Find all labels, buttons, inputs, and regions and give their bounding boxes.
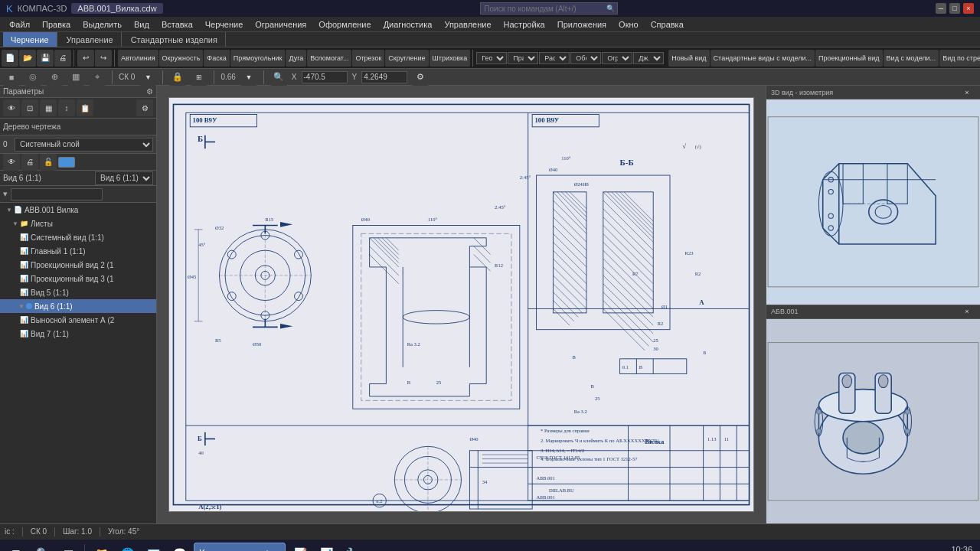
eye-btn[interactable]: 👁 xyxy=(3,99,20,116)
open-button[interactable]: 📂 xyxy=(19,50,36,67)
y-coord-input[interactable] xyxy=(361,71,407,83)
props-btn[interactable]: 📋 xyxy=(77,99,93,116)
snap-btn1[interactable]: ■ xyxy=(3,69,20,86)
taskbar-explorer[interactable]: 📁 xyxy=(90,543,113,552)
rect-button[interactable]: Прямоугольник xyxy=(230,50,286,67)
lock-btn[interactable]: 🔒 xyxy=(169,69,186,86)
menu-drawing[interactable]: Черчение xyxy=(199,17,250,31)
constraints-dropdown[interactable]: Ограничения xyxy=(602,52,632,64)
arc-button[interactable]: Дуга xyxy=(286,50,306,67)
snap-btn4[interactable]: ▦ xyxy=(67,69,84,86)
search-taskbar-button[interactable]: 🔍 xyxy=(31,543,54,552)
menu-settings[interactable]: Настройка xyxy=(498,17,551,31)
menu-help[interactable]: Справка xyxy=(645,17,690,31)
taskbar-other[interactable]: 🔧 xyxy=(341,543,364,552)
taskbar-chrome[interactable]: 🌐 xyxy=(116,543,139,552)
tab-file[interactable]: АВВ.001_Вилка.cdw xyxy=(71,3,162,14)
maximize-button[interactable]: □ xyxy=(949,3,960,14)
tree-root[interactable]: ▼ 📄 АВВ.001 Вилка xyxy=(0,203,156,217)
taskbar-mail[interactable]: 📧 xyxy=(142,543,165,552)
menu-window[interactable]: Окно xyxy=(612,17,645,31)
snap-all-btn[interactable]: ⊞ xyxy=(191,69,207,86)
zoom-dropdown[interactable]: ▼ xyxy=(240,69,257,86)
sidebar-gear-icon[interactable]: ⚙ xyxy=(146,87,153,96)
layer-print-icon[interactable]: 🖨 xyxy=(21,154,38,171)
geometry-dropdown[interactable]: Геометрия xyxy=(476,52,507,64)
layer-color-icon[interactable] xyxy=(58,157,75,168)
search-input[interactable] xyxy=(480,2,618,15)
tab-drafting[interactable]: Черчение xyxy=(3,32,57,47)
print-button[interactable]: 🖨 xyxy=(54,50,71,67)
tree-view5[interactable]: 📊 Вид 5 (1:1) xyxy=(0,285,156,299)
annotation-dropdown[interactable]: Обозначения xyxy=(570,52,601,64)
coord-options-btn[interactable]: ⚙ xyxy=(412,69,429,86)
menu-format[interactable]: Оформление xyxy=(312,17,377,31)
redo-button[interactable]: ↪ xyxy=(95,50,112,67)
snap-btn2[interactable]: ◎ xyxy=(24,69,41,86)
taskbar-word[interactable]: 📝 xyxy=(289,543,312,552)
tree-detail-a[interactable]: 📊 Выносной элемент А (2 xyxy=(0,313,156,327)
view-model-button[interactable]: Вид с модели... xyxy=(884,50,939,67)
menu-file[interactable]: Файл xyxy=(3,17,36,31)
menu-manage[interactable]: Управление xyxy=(438,17,497,31)
tree-sysview[interactable]: 📊 Системный вид (1:1) xyxy=(0,230,156,244)
chamfer-button[interactable]: Фаска xyxy=(204,50,230,67)
tree-view7[interactable]: 📊 Вид 7 (1:1) xyxy=(0,327,156,341)
proj-view-button[interactable]: Проекционный вид xyxy=(815,50,883,67)
taskview-button[interactable]: ▣ xyxy=(57,543,80,552)
size-dropdown[interactable]: Дж... xyxy=(633,52,664,64)
fillet-button[interactable]: Скругление xyxy=(385,50,428,67)
std-views-button[interactable]: Стандартные виды с модели... xyxy=(710,50,815,67)
layer-vis-btn[interactable]: ⊡ xyxy=(21,99,38,116)
sk-dropdown[interactable]: ▼ xyxy=(139,69,156,86)
tree-gear-btn[interactable]: ⚙ xyxy=(136,99,153,116)
minimize-button[interactable]: ─ xyxy=(936,3,946,14)
taskbar-teams[interactable]: 💬 xyxy=(168,543,191,552)
tree-proj3[interactable]: 📊 Проекционный вид 3 (1 xyxy=(0,272,156,285)
3d-bottom-close[interactable]: × xyxy=(959,306,975,317)
hatch-button[interactable]: Штриховка xyxy=(430,50,471,67)
filter-icon[interactable]: ▾ xyxy=(3,189,8,199)
menu-apps[interactable]: Приложения xyxy=(551,17,612,31)
new-view-button[interactable]: Новый вид xyxy=(668,50,709,67)
menu-edit[interactable]: Правка xyxy=(36,17,77,31)
tab-manage[interactable]: Управление xyxy=(59,32,122,47)
autoline-button[interactable]: Автолиния xyxy=(118,50,158,67)
circle-button[interactable]: Окружность xyxy=(159,50,204,67)
tree-sheets[interactable]: ▼ 📁 Листы xyxy=(0,217,156,230)
view-arrow-button[interactable]: Вид по стреле xyxy=(939,50,980,67)
aux-line-button[interactable]: Вспомогат... xyxy=(307,50,351,67)
3d-top-close[interactable]: × xyxy=(959,87,975,98)
zoom-fit-btn[interactable]: 🔍 xyxy=(270,69,287,86)
menu-insert[interactable]: Вставка xyxy=(155,17,199,31)
rules-dropdown[interactable]: Правка xyxy=(508,52,538,64)
menu-diagnostics[interactable]: Диагностика xyxy=(377,17,439,31)
tree-view6[interactable]: ▼ Вид 6 (1:1) xyxy=(0,299,156,313)
view-select[interactable]: Вид 6 (1:1) xyxy=(95,171,153,185)
filter-btn[interactable]: ▦ xyxy=(40,99,57,116)
segment-button[interactable]: Отрезок xyxy=(352,50,384,67)
tree-search-input[interactable] xyxy=(11,188,103,201)
x-coord-input[interactable] xyxy=(302,71,348,83)
menu-select[interactable]: Выделить xyxy=(77,17,128,31)
tree-main[interactable]: 📊 Главный 1 (1:1) xyxy=(0,244,156,258)
drawing-area[interactable]: Вилка СЧ18 ГОСТ 1412-85 DIILAB.RU АБВ.00… xyxy=(157,86,766,523)
layer-lock-icon[interactable]: 🔓 xyxy=(40,154,57,171)
save-button[interactable]: 💾 xyxy=(37,50,54,67)
new-button[interactable]: 📄 xyxy=(2,50,18,67)
snap-btn3[interactable]: ⊕ xyxy=(46,69,63,86)
dim-dropdown[interactable]: Рас... xyxy=(539,52,570,64)
tab-standard[interactable]: Стандартные изделия xyxy=(123,32,226,47)
menu-constraints[interactable]: Ограничения xyxy=(249,17,312,31)
undo-button[interactable]: ↩ xyxy=(77,50,94,67)
taskbar-kompas[interactable]: K АВВ.001_Вилка.cdw xyxy=(194,543,286,552)
menu-view[interactable]: Вид xyxy=(128,17,155,31)
layer-select[interactable]: Системный слой xyxy=(15,138,153,152)
move-btn[interactable]: ↕ xyxy=(58,99,75,116)
tree-proj2[interactable]: 📊 Проекционный вид 2 (1 xyxy=(0,258,156,272)
close-button[interactable]: × xyxy=(963,3,974,14)
layer-vis-icon[interactable]: 👁 xyxy=(3,154,20,171)
snap-btn5[interactable]: ⌖ xyxy=(89,69,106,86)
windows-button[interactable]: ⊞ xyxy=(5,543,28,552)
taskbar-excel[interactable]: 📊 xyxy=(315,543,338,552)
